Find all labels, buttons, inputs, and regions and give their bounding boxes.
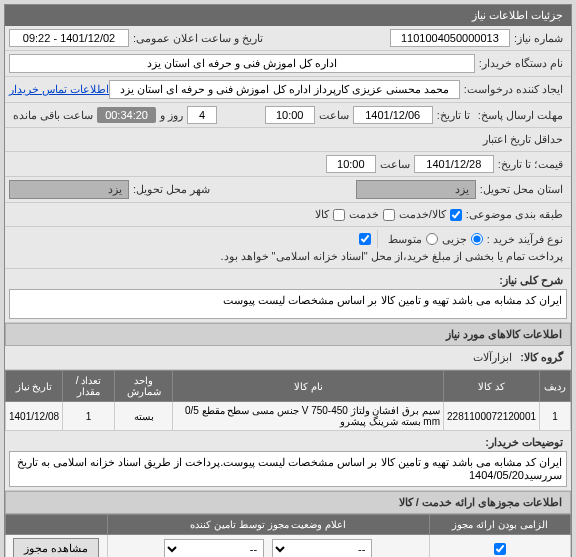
requester-value: محمد محسنی عزیزی کارپرداز اداره کل اموزش… xyxy=(109,80,460,99)
payment-note-label: پرداخت تمام یا بخشی از مبلغ خرید،از محل … xyxy=(216,248,567,265)
permit-status-select[interactable]: -- xyxy=(272,539,372,558)
cell-date: 1401/12/08 xyxy=(6,402,63,431)
process-partial-radio[interactable] xyxy=(471,233,483,245)
permit-col2: اعلام وضعیت مجوز توسط تامین کننده xyxy=(107,515,429,535)
cell-name: سیم برق افشان ولتاژ 450-750 V جنس مسی سط… xyxy=(173,402,444,431)
need-desc-label: شرح کلی نیاز: xyxy=(495,272,567,289)
min-valid-label: حداقل تاریخ اعتبار xyxy=(479,131,567,148)
permit-col1: الزامی بودن ارائه مجوز xyxy=(429,515,570,535)
cell-qty: 1 xyxy=(63,402,115,431)
permit-status-select-2[interactable]: -- xyxy=(164,539,264,558)
permit-required-checkbox[interactable] xyxy=(494,543,506,555)
table-row: -- -- مشاهده مجوز xyxy=(6,535,571,558)
col-code: کد کالا xyxy=(444,371,540,402)
cell-code: 2281100072120001 xyxy=(444,402,540,431)
col-row: ردیف xyxy=(540,371,571,402)
pub-date-value: 1401/12/02 - 09:22 xyxy=(9,29,129,47)
delivery-state-value: یزد xyxy=(356,180,476,199)
table-row: 1 2281100072120001 سیم برق افشان ولتاژ 4… xyxy=(6,402,571,431)
need-desc-value: ایران کد مشابه می باشد تهیه و تامین کالا… xyxy=(9,289,567,319)
requester-label: ایجاد کننده درخواست: xyxy=(460,81,567,98)
classification-label: طبقه بندی موضوعی: xyxy=(462,206,567,223)
buyer-org-value: اداره کل اموزش فنی و حرفه ای استان یزد xyxy=(9,54,475,73)
pub-date-label: تاریخ و ساعت اعلان عمومی: xyxy=(129,30,267,47)
resp-date-value: 1401/12/06 xyxy=(353,106,433,124)
delivery-city-value: یزد xyxy=(9,180,129,199)
time-label-1: ساعت xyxy=(315,107,353,124)
goods-section-header: اطلاعات کالاهای مورد نیاز xyxy=(5,323,571,346)
process-medium-label: متوسط xyxy=(384,231,426,248)
resp-time-value: 10:00 xyxy=(265,106,315,124)
col-name: نام کالا xyxy=(173,371,444,402)
time-label-2: ساعت xyxy=(376,156,414,173)
goods-group-value: ابزارآلات xyxy=(469,349,516,366)
buyer-notes-label: توضیحات خریدار: xyxy=(481,434,567,451)
treasury-payment-checkbox[interactable] xyxy=(359,233,371,245)
class-goods-checkbox[interactable] xyxy=(333,209,345,221)
goods-table: ردیف کد کالا نام کالا واحد شمارش تعداد /… xyxy=(5,370,571,431)
cell-row: 1 xyxy=(540,402,571,431)
col-date: تاریخ نیاز xyxy=(6,371,63,402)
class-goods-label: کالا xyxy=(311,206,333,223)
need-no-value: 1101004050000013 xyxy=(390,29,510,47)
price-until-label: قیمت؛ تا تاریخ: xyxy=(494,156,567,173)
col-qty: تعداد / مقدار xyxy=(63,371,115,402)
permits-table: الزامی بودن ارائه مجوز اعلام وضعیت مجوز … xyxy=(5,514,571,557)
remain-label: ساعت باقی مانده xyxy=(9,107,97,124)
days-label: روز و xyxy=(156,107,187,124)
class-goods-service-checkbox[interactable] xyxy=(450,209,462,221)
delivery-city-label: شهر محل تحویل: xyxy=(129,181,214,198)
need-no-label: شماره نیاز: xyxy=(510,30,567,47)
need-details-panel: جزئیات اطلاعات نیاز شماره نیاز: 11010040… xyxy=(4,4,572,557)
panel-title: جزئیات اطلاعات نیاز xyxy=(5,5,571,26)
buyer-org-label: نام دستگاه خریدار: xyxy=(475,55,567,72)
process-partial-label: جزیی xyxy=(438,231,471,248)
buyer-notes-value: ایران کد مشابه می باشد تهیه و تامین کالا… xyxy=(9,451,567,487)
valid-date-value: 1401/12/28 xyxy=(414,155,494,173)
delivery-state-label: استان محل تحویل: xyxy=(476,181,567,198)
resp-until-label: تا تاریخ: xyxy=(433,107,474,124)
days-value: 4 xyxy=(187,106,217,124)
permits-section-header: اطلاعات مجوزهای ارائه خدمت / کالا xyxy=(5,491,571,514)
class-service-checkbox[interactable] xyxy=(383,209,395,221)
process-medium-radio[interactable] xyxy=(426,233,438,245)
cell-unit: بسته xyxy=(115,402,173,431)
goods-group-label: گروه کالا: xyxy=(516,349,567,366)
resp-deadline-label: مهلت ارسال پاسخ: xyxy=(474,107,567,124)
buyer-contact-link[interactable]: اطلاعات تماس خریدار xyxy=(9,83,109,96)
view-permit-button[interactable]: مشاهده مجوز xyxy=(13,538,99,557)
class-goods-service-label: کالا/خدمت xyxy=(395,206,450,223)
col-unit: واحد شمارش xyxy=(115,371,173,402)
process-type-label: نوع فرآیند خرید : xyxy=(483,231,567,248)
class-service-label: خدمت xyxy=(345,206,383,223)
countdown-timer: 00:34:20 xyxy=(97,107,156,123)
valid-time-value: 10:00 xyxy=(326,155,376,173)
